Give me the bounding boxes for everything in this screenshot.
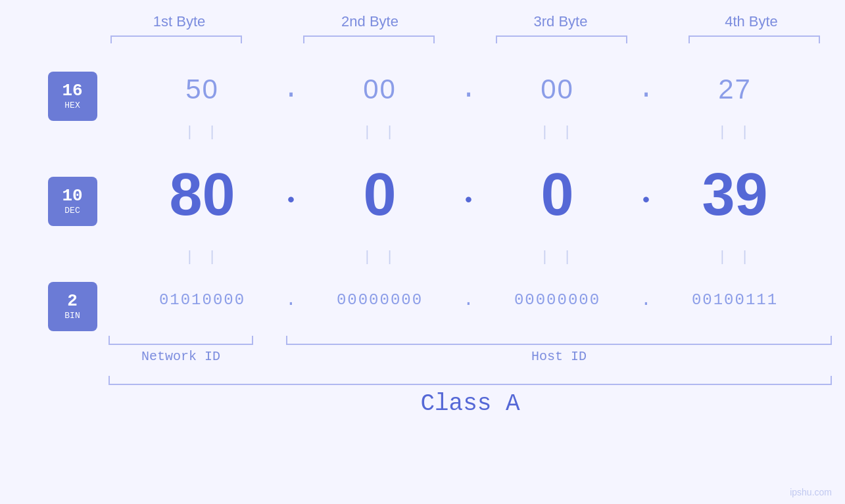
bin-b2: 00000000 xyxy=(337,291,423,309)
rows-wrapper: 16 HEX 10 DEC 2 BIN xyxy=(28,63,817,332)
dec-dot3: • xyxy=(630,177,663,212)
bin-b4-cell: 00100111 xyxy=(663,291,808,309)
hex-b4: 27 xyxy=(718,74,752,105)
header-byte2: 2nd Byte xyxy=(298,13,443,30)
sep2-b2: | | xyxy=(308,249,452,265)
dec-b1-cell: 80 xyxy=(130,165,275,224)
hex-b1: 50 xyxy=(185,74,219,105)
bin-badge-row: 2 BIN xyxy=(48,280,124,332)
sep1-b4: | | xyxy=(663,124,808,141)
header-byte4: 4th Byte xyxy=(679,13,824,30)
hex-badge-label: HEX xyxy=(64,101,80,110)
bin-b1-cell: 01010000 xyxy=(130,291,275,309)
bin-dot3: . xyxy=(630,290,663,310)
bin-b4: 00100111 xyxy=(692,291,778,309)
hex-b1-cell: 50 xyxy=(130,74,275,105)
network-id-label: Network ID xyxy=(109,349,253,364)
hex-badge-num: 16 xyxy=(62,82,82,99)
class-section: Class A xyxy=(109,376,832,417)
badge-column: 16 HEX 10 DEC 2 BIN xyxy=(28,63,124,332)
top-brackets xyxy=(104,35,827,43)
dec-b4-cell: 39 xyxy=(663,165,808,224)
dec-b1: 80 xyxy=(169,165,235,224)
bin-dot1: . xyxy=(275,290,308,310)
header-byte3: 3rd Byte xyxy=(489,13,633,30)
bin-badge: 2 BIN xyxy=(48,282,97,331)
hex-badge: 16 HEX xyxy=(48,72,97,121)
network-host-section: Network ID Host ID xyxy=(109,336,832,364)
bracket-byte3 xyxy=(496,35,627,43)
class-label: Class A xyxy=(109,390,832,417)
dec-b4: 39 xyxy=(702,165,767,224)
bracket-byte4 xyxy=(688,35,820,43)
bracket-byte1 xyxy=(110,35,242,43)
bin-row: 01010000 . 00000000 . 00000000 . xyxy=(124,273,817,326)
main-container: 1st Byte 2nd Byte 3rd Byte 4th Byte 16 H… xyxy=(0,0,845,504)
header-byte1: 1st Byte xyxy=(107,13,252,30)
watermark: ipshu.com xyxy=(790,487,832,497)
sep2-b3: | | xyxy=(485,249,630,265)
hex-b2: 00 xyxy=(363,74,397,105)
bin-badge-num: 2 xyxy=(67,292,78,309)
byte-headers: 1st Byte 2nd Byte 3rd Byte 4th Byte xyxy=(104,13,827,30)
hex-dot2: . xyxy=(452,74,485,105)
dec-b3: 0 xyxy=(541,165,573,224)
hex-b2-cell: 00 xyxy=(308,74,452,105)
dec-badge-row: 10 DEC xyxy=(48,155,124,247)
dec-dot2: • xyxy=(452,177,485,212)
hex-dot3: . xyxy=(630,74,663,105)
sep1-b3: | | xyxy=(485,124,630,141)
hex-dot1: . xyxy=(275,74,308,105)
bin-dot2: . xyxy=(452,290,485,310)
host-id-label: Host ID xyxy=(286,349,832,364)
bin-b3: 00000000 xyxy=(514,291,600,309)
dec-b3-cell: 0 xyxy=(485,165,630,224)
hex-b3: 00 xyxy=(541,74,574,105)
dec-badge: 10 DEC xyxy=(48,177,97,226)
hex-b3-cell: 00 xyxy=(485,74,630,105)
bottom-brackets-row xyxy=(109,336,832,345)
dec-b2: 0 xyxy=(363,165,396,224)
bracket-byte2 xyxy=(303,35,435,43)
bin-b3-cell: 00000000 xyxy=(485,291,630,309)
content-column: 50 . 00 . 00 . 27 xyxy=(124,63,817,332)
sep2-b1: | | xyxy=(130,249,275,265)
bin-badge-label: BIN xyxy=(64,311,80,321)
sep-row-2: | | | | | | | | xyxy=(124,241,817,273)
hex-badge-row: 16 HEX xyxy=(48,70,124,122)
hex-row: 50 . 00 . 00 . 27 xyxy=(124,63,817,116)
network-bracket xyxy=(109,336,253,345)
bin-b1: 01010000 xyxy=(159,291,245,309)
dec-row: 80 • 0 • 0 • 39 xyxy=(124,149,817,241)
sep-row-1: | | | | | | | | xyxy=(124,116,817,149)
bin-b2-cell: 00000000 xyxy=(308,291,452,309)
dec-badge-label: DEC xyxy=(64,206,80,216)
sep1-b2: | | xyxy=(308,124,452,141)
dec-dot1: • xyxy=(275,177,308,212)
dec-badge-num: 10 xyxy=(62,187,82,204)
hex-b4-cell: 27 xyxy=(663,74,808,105)
sep1-b1: | | xyxy=(130,124,275,141)
dec-b2-cell: 0 xyxy=(308,165,452,224)
class-bracket xyxy=(109,376,832,385)
host-bracket xyxy=(286,336,832,345)
bottom-labels-row: Network ID Host ID xyxy=(109,349,832,364)
sep2-b4: | | xyxy=(663,249,808,265)
